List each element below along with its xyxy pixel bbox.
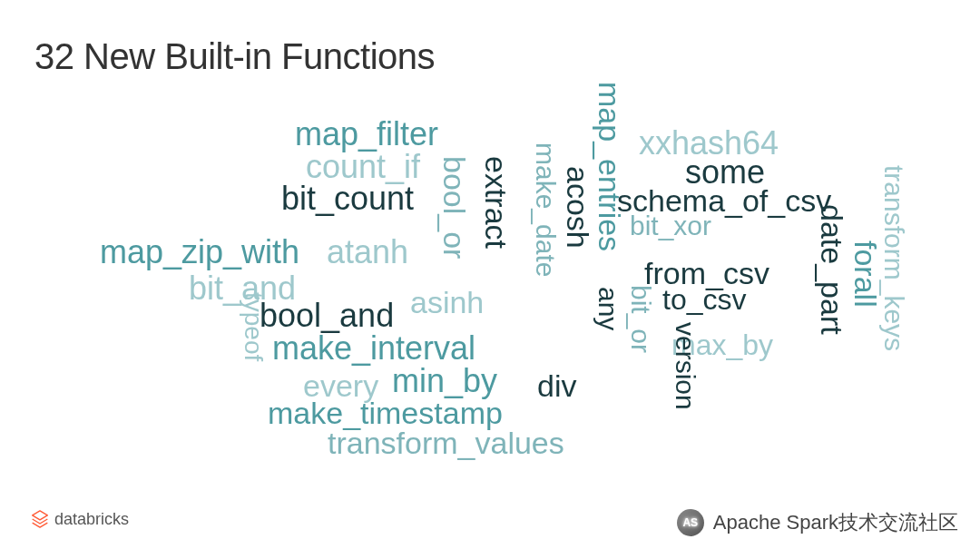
word-asinh: asinh (410, 287, 484, 318)
word-map-filter: map_filter (295, 118, 438, 151)
slide: 32 New Built-in Functions map_filtercoun… (0, 0, 980, 549)
word-date-part: date_part (817, 204, 848, 335)
word-make-timestamp: make_timestamp (268, 397, 503, 428)
community-text: Apache Spark技术交流社区 (713, 509, 958, 536)
word-atanh: atanh (327, 236, 408, 269)
community-watermark: AS Apache Spark技术交流社区 (677, 509, 958, 536)
word-version: version (671, 322, 699, 410)
databricks-logo-icon (31, 509, 49, 529)
word-transform-keys: transform_keys (880, 165, 907, 351)
word-bool-and: bool_and (260, 299, 394, 332)
word-acosh: acosh (563, 166, 593, 249)
word-forall: forall (850, 240, 881, 308)
word-make-interval: make_interval (272, 332, 475, 365)
word-make-date: make_date (532, 142, 559, 277)
word-bool-or: bool_or (439, 156, 470, 259)
word-div: div (537, 370, 576, 401)
word-count-if: count_if (306, 151, 420, 183)
word-transform-values: transform_values (328, 427, 564, 458)
brand-text: databricks (54, 510, 129, 529)
brand-footer: databricks (31, 509, 129, 529)
word-bit-or: bit_or (627, 285, 654, 353)
word-any: any (594, 287, 622, 330)
word-map-zip-with: map_zip_with (100, 236, 299, 269)
slide-title: 32 New Built-in Functions (34, 36, 435, 77)
word-to-csv: to_csv (662, 285, 746, 314)
word-cloud: map_filtercount_ifbit_countbool_orextrac… (91, 82, 962, 445)
word-bit-xor: bit_xor (630, 212, 711, 240)
word-typeof: typeof (240, 292, 266, 361)
word-extract: extract (481, 156, 512, 249)
word-bit-count: bit_count (281, 182, 414, 215)
word-min-by: min_by (392, 365, 497, 397)
word-map-entries: map_entries (594, 82, 625, 251)
community-avatar-icon: AS (677, 509, 704, 536)
